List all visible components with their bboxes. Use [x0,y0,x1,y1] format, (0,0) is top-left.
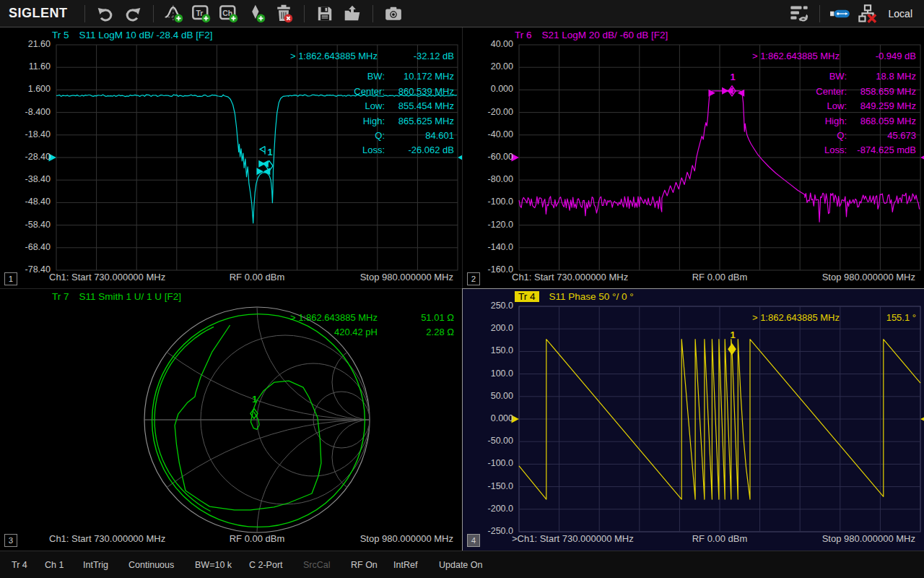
open-button[interactable] [339,2,366,25]
add-marker-button[interactable] [243,2,270,25]
marker-readout: > 1:862.643885 MHz-32.12 dB BW:10.172 MH… [290,49,454,158]
marker-inductance: 420.42 pH [334,325,378,340]
trace-params: S11 Phase 50 °/ 0 ° [549,291,634,302]
trace-name: Tr 6 [515,30,532,40]
trash-icon [274,4,294,24]
y-axis-tick: -200.0 [463,504,513,514]
trace-header[interactable]: Tr 5S11 LogM 10 dB/ -28.4 dB [F2] [52,30,213,40]
stat-row: BW:18.8 MHz [752,69,916,84]
add-channel-icon: Ch [219,4,239,24]
active-trace-name[interactable]: Tr 4 [515,291,539,302]
y-axis-tick: -140.0 [463,242,513,252]
stat-row: High:865.625 MHz [290,114,454,129]
add-marker-icon [246,4,266,24]
y-axis-tick: -100.0 [463,197,513,207]
stat-row: Q:45.673 [752,129,916,143]
add-measurement-button[interactable] [160,2,188,25]
quadrant-4-s11-phase-active[interactable]: Tr 4S11 Phase 50 °/ 0 ° 1 > 1:862.643885… [463,289,924,551]
usb-status-indicator[interactable] [827,2,854,25]
local-remote-indicator[interactable]: Local [889,8,912,20]
stat-row: Loss:-874.625 mdB [752,143,916,158]
stat-row: Q:84.601 [290,129,454,143]
window-index[interactable]: 2 [467,272,480,285]
y-axis-tick: -28.40 [0,152,51,162]
y-axis-tick: 200.0 [463,323,513,333]
y-axis-tick: -48.40 [0,197,51,207]
status-item-intref[interactable]: IntRef [393,551,417,578]
y-axis-tick: 50.00 [463,391,513,401]
stat-row: Low:855.454 MHz [290,99,454,113]
quadrant-3-s11-smith[interactable]: Tr 7S11 Smith 1 U/ 1 U [F2] 1 > 1:862.64… [0,289,462,551]
y-axis-tick: -40.00 [463,129,513,139]
add-channel-button[interactable]: Ch [215,2,243,25]
lan-error-icon [858,4,878,24]
window-index[interactable]: 3 [4,534,17,547]
trace-params: S11 Smith 1 U/ 1 U [F2] [79,291,182,302]
stat-row: BW:10.172 MHz [290,69,454,84]
y-axis-tick: 250.0 [463,301,513,311]
status-item-continuous[interactable]: Continuous [128,551,174,578]
undo-icon [96,4,115,23]
lan-status-indicator[interactable] [854,2,881,25]
status-item-bw-10-k[interactable]: BW=10 k [195,551,232,578]
marker-readout: > 1:862.643885 MHz155.1 ° [752,311,916,325]
status-item-c-2-port[interactable]: C 2-Port [249,551,283,578]
y-axis-tick: -120.0 [463,220,513,230]
trace-name: Tr 7 [52,291,69,302]
marker-frequency: > 1:862.643885 MHz [752,49,840,64]
usb-icon [829,4,851,23]
undo-button[interactable] [92,2,119,25]
status-item-tr-4[interactable]: Tr 4 [12,551,27,578]
quadrant-2-s21-logmag[interactable]: Tr 6S21 LogM 20 dB/ -60 dB [F2] 1 > 1:86… [463,27,924,288]
marker-impedance-real: 51.01 Ω [392,311,454,325]
trace-header[interactable]: Tr 7S11 Smith 1 U/ 1 U [F2] [52,291,181,302]
plot-canvas[interactable]: 1 [463,289,924,551]
trace-name: Tr 5 [52,30,69,40]
status-item-srccal[interactable]: SrcCal [303,551,331,578]
y-axis-tick: 150.0 [463,345,513,355]
channel-manager-button[interactable] [785,2,813,25]
add-trace-button[interactable]: Tr [188,2,215,25]
trace-params: S21 LogM 20 dB/ -60 dB [F2] [542,30,668,40]
status-item-ch-1[interactable]: Ch 1 [45,551,64,578]
status-item-rf-on[interactable]: RF On [351,551,378,578]
marker-readout: > 1:862.643885 MHz-0.949 dB BW:18.8 MHzC… [752,49,916,158]
redo-button[interactable] [119,2,147,25]
quadrant-1-s11-logmag[interactable]: Tr 5S11 LogM 10 dB/ -28.4 dB [F2] 1 > 1:… [0,27,462,288]
svg-text:1: 1 [267,147,272,158]
status-item-inttrig[interactable]: IntTrig [83,551,108,578]
save-button[interactable] [311,2,339,25]
y-axis-tick: -100.0 [463,458,513,468]
stat-row: Center:860.539 MHz [290,85,454,99]
stop-frequency: Stop 980.000000 MHz [822,533,915,544]
status-item-update-on[interactable]: Update On [439,551,482,578]
channel-footer: 3 Ch1: Start 730.000000 MHz RF 0.00 dBm … [0,532,462,550]
marker-impedance-imag: 2.28 Ω [392,325,454,340]
y-axis-tick: 20.00 [463,61,513,72]
toolbar: SIGLENT [0,0,924,27]
screenshot-button[interactable] [380,2,407,25]
channel-footer: 1 Ch1: Start 730.000000 MHz RF 0.00 dBm … [0,270,462,288]
add-trace-icon: Tr [191,4,212,24]
window-index[interactable]: 1 [4,272,17,285]
trace-header[interactable]: Tr 4S11 Phase 50 °/ 0 ° [515,291,634,302]
stat-row: High:868.059 MHz [752,114,916,129]
channel-footer: 2 Ch1: Start 730.000000 MHz RF 0.00 dBm … [463,270,924,288]
y-axis-tick: 1.600 [0,84,51,94]
save-icon [315,4,334,23]
y-axis-tick: 0.000 [463,84,513,94]
y-axis-tick: 11.60 [0,61,51,72]
trace-header[interactable]: Tr 6S21 LogM 20 dB/ -60 dB [F2] [515,30,668,40]
y-axis-tick: -38.40 [0,174,51,184]
y-axis-tick: -20.00 [463,107,513,117]
toolbar-divider [372,5,373,22]
delete-button[interactable] [270,2,297,25]
y-axis-tick: -150.0 [463,481,513,491]
vna-screen: SIGLENT [0,0,924,578]
window-index-active[interactable]: 4 [467,534,480,547]
channel-manager-icon [789,4,809,24]
y-axis-tick: -8.400 [0,107,51,117]
y-axis-tick: -18.40 [0,129,51,139]
channel-footer: 4 >Ch1: Start 730.000000 MHz RF 0.00 dBm… [463,532,924,550]
redo-icon [123,4,142,23]
